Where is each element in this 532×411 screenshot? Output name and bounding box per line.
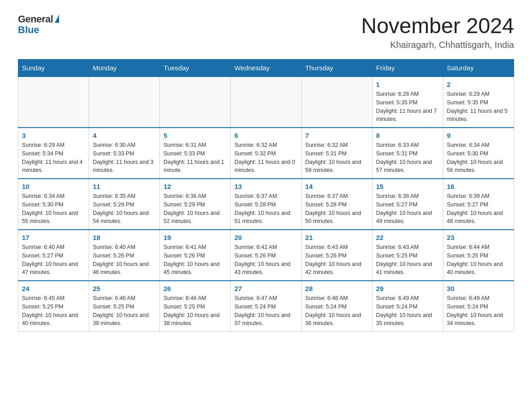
month-title: November 2024 (361, 13, 514, 38)
day-info: Sunrise: 6:29 AM Sunset: 5:34 PM Dayligh… (22, 141, 85, 175)
day-number: 30 (447, 285, 510, 292)
day-info: Sunrise: 6:46 AM Sunset: 5:25 PM Dayligh… (93, 294, 156, 328)
day-number: 12 (163, 183, 227, 190)
day-number: 6 (234, 132, 297, 139)
day-info: Sunrise: 6:48 AM Sunset: 5:24 PM Dayligh… (305, 294, 369, 328)
day-number: 20 (234, 234, 297, 241)
day-info: Sunrise: 6:32 AM Sunset: 5:31 PM Dayligh… (305, 141, 369, 175)
calendar-cell: 10Sunrise: 6:34 AM Sunset: 5:30 PM Dayli… (18, 179, 89, 230)
day-info: Sunrise: 6:40 AM Sunset: 5:26 PM Dayligh… (93, 243, 156, 277)
day-number: 18 (93, 234, 156, 241)
calendar-cell: 3Sunrise: 6:29 AM Sunset: 5:34 PM Daylig… (18, 128, 89, 179)
day-number: 16 (447, 183, 510, 190)
calendar-cell: 2Sunrise: 6:29 AM Sunset: 5:35 PM Daylig… (443, 77, 514, 128)
calendar-cell: 9Sunrise: 6:34 AM Sunset: 5:30 PM Daylig… (443, 128, 514, 179)
calendar-cell: 21Sunrise: 6:43 AM Sunset: 5:26 PM Dayli… (301, 230, 372, 281)
calendar-cell: 4Sunrise: 6:30 AM Sunset: 5:33 PM Daylig… (89, 128, 160, 179)
day-info: Sunrise: 6:30 AM Sunset: 5:33 PM Dayligh… (93, 141, 156, 175)
day-info: Sunrise: 6:40 AM Sunset: 5:27 PM Dayligh… (22, 243, 85, 277)
day-number: 23 (447, 234, 510, 241)
calendar-cell (89, 77, 160, 128)
day-number: 27 (234, 285, 297, 292)
day-number: 15 (376, 183, 439, 190)
calendar-header-monday: Monday (89, 60, 160, 77)
calendar-cell: 30Sunrise: 6:49 AM Sunset: 5:24 PM Dayli… (443, 281, 514, 332)
day-number: 22 (376, 234, 439, 241)
calendar-cell: 12Sunrise: 6:36 AM Sunset: 5:29 PM Dayli… (160, 179, 231, 230)
calendar-cell (301, 77, 372, 128)
day-info: Sunrise: 6:47 AM Sunset: 5:24 PM Dayligh… (234, 294, 297, 328)
day-info: Sunrise: 6:32 AM Sunset: 5:32 PM Dayligh… (234, 141, 297, 175)
day-info: Sunrise: 6:43 AM Sunset: 5:25 PM Dayligh… (376, 243, 439, 277)
day-number: 3 (22, 132, 85, 139)
week-row-4: 17Sunrise: 6:40 AM Sunset: 5:27 PM Dayli… (18, 230, 514, 281)
logo: General Blue (18, 13, 59, 36)
day-info: Sunrise: 6:37 AM Sunset: 5:28 PM Dayligh… (305, 192, 369, 226)
day-number: 5 (163, 132, 227, 139)
calendar-cell (18, 77, 89, 128)
day-number: 8 (376, 132, 439, 139)
day-info: Sunrise: 6:34 AM Sunset: 5:30 PM Dayligh… (447, 141, 510, 175)
calendar-cell: 29Sunrise: 6:49 AM Sunset: 5:24 PM Dayli… (372, 281, 443, 332)
calendar-cell: 14Sunrise: 6:37 AM Sunset: 5:28 PM Dayli… (301, 179, 372, 230)
calendar-header-saturday: Saturday (443, 60, 514, 77)
calendar-cell: 8Sunrise: 6:33 AM Sunset: 5:31 PM Daylig… (372, 128, 443, 179)
day-info: Sunrise: 6:49 AM Sunset: 5:24 PM Dayligh… (447, 294, 510, 328)
day-number: 17 (22, 234, 85, 241)
logo-triangle-icon (55, 15, 59, 23)
day-number: 9 (447, 132, 510, 139)
day-number: 13 (234, 183, 297, 190)
day-number: 19 (163, 234, 227, 241)
day-info: Sunrise: 6:38 AM Sunset: 5:27 PM Dayligh… (376, 192, 439, 226)
calendar-cell: 15Sunrise: 6:38 AM Sunset: 5:27 PM Dayli… (372, 179, 443, 230)
calendar-cell: 28Sunrise: 6:48 AM Sunset: 5:24 PM Dayli… (301, 281, 372, 332)
calendar-cell: 26Sunrise: 6:46 AM Sunset: 5:25 PM Dayli… (160, 281, 231, 332)
day-info: Sunrise: 6:35 AM Sunset: 5:29 PM Dayligh… (93, 192, 156, 226)
week-row-2: 3Sunrise: 6:29 AM Sunset: 5:34 PM Daylig… (18, 128, 514, 179)
calendar-header-thursday: Thursday (301, 60, 372, 77)
calendar-cell: 27Sunrise: 6:47 AM Sunset: 5:24 PM Dayli… (231, 281, 301, 332)
day-info: Sunrise: 6:29 AM Sunset: 5:35 PM Dayligh… (447, 90, 510, 124)
day-info: Sunrise: 6:45 AM Sunset: 5:25 PM Dayligh… (22, 294, 85, 328)
calendar-cell (160, 77, 231, 128)
day-info: Sunrise: 6:36 AM Sunset: 5:29 PM Dayligh… (163, 192, 227, 226)
calendar-cell: 11Sunrise: 6:35 AM Sunset: 5:29 PM Dayli… (89, 179, 160, 230)
logo-general-text: General (18, 13, 53, 25)
calendar-cell: 6Sunrise: 6:32 AM Sunset: 5:32 PM Daylig… (231, 128, 301, 179)
day-info: Sunrise: 6:41 AM Sunset: 5:26 PM Dayligh… (163, 243, 227, 277)
location-title: Khairagarh, Chhattisgarh, India (361, 40, 514, 50)
calendar-cell (231, 77, 301, 128)
page-header: General Blue November 2024 Khairagarh, C… (18, 13, 514, 50)
day-info: Sunrise: 6:44 AM Sunset: 5:25 PM Dayligh… (447, 243, 510, 277)
calendar-cell: 1Sunrise: 6:28 AM Sunset: 5:35 PM Daylig… (372, 77, 443, 128)
calendar-cell: 20Sunrise: 6:42 AM Sunset: 5:26 PM Dayli… (231, 230, 301, 281)
week-row-5: 24Sunrise: 6:45 AM Sunset: 5:25 PM Dayli… (18, 281, 514, 332)
calendar-header-row: SundayMondayTuesdayWednesdayThursdayFrid… (18, 60, 514, 77)
day-number: 25 (93, 285, 156, 292)
calendar-header-friday: Friday (372, 60, 443, 77)
day-number: 2 (447, 81, 510, 88)
calendar-cell: 24Sunrise: 6:45 AM Sunset: 5:25 PM Dayli… (18, 281, 89, 332)
calendar-cell: 7Sunrise: 6:32 AM Sunset: 5:31 PM Daylig… (301, 128, 372, 179)
week-row-3: 10Sunrise: 6:34 AM Sunset: 5:30 PM Dayli… (18, 179, 514, 230)
day-info: Sunrise: 6:42 AM Sunset: 5:26 PM Dayligh… (234, 243, 297, 277)
day-info: Sunrise: 6:33 AM Sunset: 5:31 PM Dayligh… (376, 141, 439, 175)
calendar-header-wednesday: Wednesday (231, 60, 301, 77)
calendar-header-tuesday: Tuesday (160, 60, 231, 77)
day-number: 26 (163, 285, 227, 292)
day-number: 14 (305, 183, 369, 190)
day-info: Sunrise: 6:37 AM Sunset: 5:28 PM Dayligh… (234, 192, 297, 226)
calendar-cell: 23Sunrise: 6:44 AM Sunset: 5:25 PM Dayli… (443, 230, 514, 281)
day-number: 7 (305, 132, 369, 139)
calendar-header-sunday: Sunday (18, 60, 89, 77)
day-number: 11 (93, 183, 156, 190)
calendar-cell: 19Sunrise: 6:41 AM Sunset: 5:26 PM Dayli… (160, 230, 231, 281)
logo-blue-text: Blue (18, 24, 39, 36)
calendar-cell: 17Sunrise: 6:40 AM Sunset: 5:27 PM Dayli… (18, 230, 89, 281)
day-number: 29 (376, 285, 439, 292)
day-number: 28 (305, 285, 369, 292)
day-number: 1 (376, 81, 439, 88)
day-info: Sunrise: 6:28 AM Sunset: 5:35 PM Dayligh… (376, 90, 439, 124)
day-info: Sunrise: 6:31 AM Sunset: 5:33 PM Dayligh… (163, 141, 227, 175)
week-row-1: 1Sunrise: 6:28 AM Sunset: 5:35 PM Daylig… (18, 77, 514, 128)
